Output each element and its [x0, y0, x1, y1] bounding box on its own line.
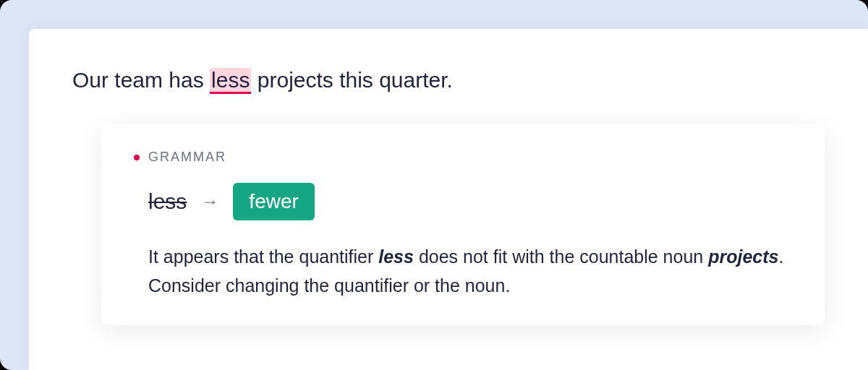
- original-word: less: [148, 189, 187, 214]
- error-dot-icon: [134, 155, 140, 160]
- editor-sentence[interactable]: Our team has less projects this quarter.: [72, 65, 825, 95]
- document-card: Our team has less projects this quarter.…: [29, 29, 868, 370]
- explanation-text: It appears that the quantifier: [148, 246, 378, 267]
- sentence-text-after: projects this quarter.: [251, 68, 452, 92]
- correction-row: less → fewer: [148, 183, 792, 220]
- replacement-suggestion-button[interactable]: fewer: [233, 183, 314, 220]
- grammar-suggestion-card: GRAMMAR less → fewer It appears that the…: [101, 124, 825, 325]
- outer-container: Our team has less projects this quarter.…: [0, 0, 868, 370]
- suggestion-category-row: GRAMMAR: [134, 150, 792, 165]
- explanation-emphasis: less: [378, 246, 414, 267]
- arrow-right-icon: →: [201, 192, 218, 212]
- suggestion-category-label: GRAMMAR: [148, 150, 226, 165]
- highlighted-error-word[interactable]: less: [210, 68, 251, 94]
- sentence-text-before: Our team has: [72, 68, 210, 92]
- explanation-emphasis: projects: [708, 246, 778, 267]
- explanation-text: does not fit with the countable noun: [414, 246, 708, 267]
- suggestion-explanation: It appears that the quantifier less does…: [148, 242, 792, 300]
